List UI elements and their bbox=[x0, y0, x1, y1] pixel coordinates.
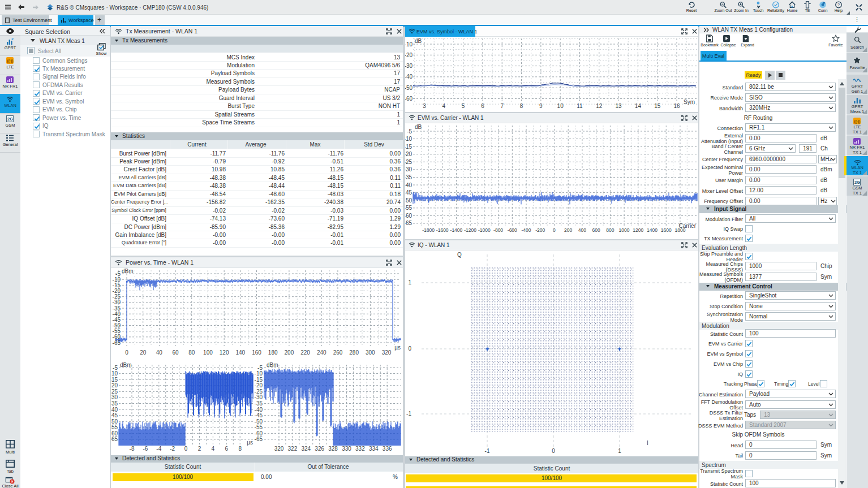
svg-text:5: 5 bbox=[462, 103, 465, 109]
svg-text:320: 320 bbox=[274, 446, 284, 452]
svg-text:-10: -10 bbox=[405, 41, 412, 47]
svg-text:-15: -15 bbox=[255, 377, 263, 383]
svg-text:-50: -50 bbox=[255, 418, 263, 425]
svg-text:-30: -30 bbox=[405, 166, 412, 172]
svg-text:-35: -35 bbox=[405, 174, 412, 180]
svg-text:-400: -400 bbox=[522, 227, 531, 233]
svg-text:-65: -65 bbox=[113, 340, 121, 346]
svg-text:1400: 1400 bbox=[647, 227, 658, 233]
svg-text:-60: -60 bbox=[405, 96, 412, 102]
svg-text:-600: -600 bbox=[508, 227, 517, 233]
svg-text:9: 9 bbox=[539, 103, 543, 109]
svg-text:4: 4 bbox=[212, 446, 215, 452]
svg-text:600: 600 bbox=[592, 227, 600, 233]
svg-text:-800: -800 bbox=[493, 227, 503, 233]
svg-text:0: 0 bbox=[184, 446, 188, 452]
svg-text:-50: -50 bbox=[405, 197, 412, 204]
svg-text:-1600: -1600 bbox=[436, 227, 449, 233]
svg-text:11: 11 bbox=[577, 103, 583, 109]
svg-text:-10: -10 bbox=[405, 136, 412, 142]
svg-text:-65: -65 bbox=[111, 436, 118, 442]
svg-text:-45: -45 bbox=[405, 189, 412, 196]
svg-text:220: 220 bbox=[300, 349, 310, 356]
svg-text:-5: -5 bbox=[407, 128, 412, 135]
svg-text:12: 12 bbox=[596, 103, 603, 109]
svg-text:-10: -10 bbox=[111, 370, 118, 377]
svg-text:µs: µs bbox=[394, 344, 401, 351]
svg-text:-20: -20 bbox=[255, 382, 263, 388]
svg-text:-1800: -1800 bbox=[422, 227, 435, 233]
svg-text:0: 0 bbox=[125, 349, 128, 356]
svg-text:-40: -40 bbox=[405, 74, 412, 80]
svg-text:-65: -65 bbox=[255, 436, 263, 442]
svg-text:dB: dB bbox=[415, 124, 422, 130]
svg-text:-30: -30 bbox=[405, 63, 412, 69]
svg-text:-5: -5 bbox=[113, 365, 118, 371]
svg-text:14: 14 bbox=[635, 103, 642, 109]
svg-text:-1: -1 bbox=[406, 411, 411, 417]
svg-text:-25: -25 bbox=[405, 159, 412, 165]
svg-text:10: 10 bbox=[557, 103, 564, 109]
svg-text:dBm: dBm bbox=[267, 362, 278, 368]
svg-text:-8: -8 bbox=[130, 446, 135, 452]
svg-text:Q: Q bbox=[457, 252, 462, 258]
svg-text:3: 3 bbox=[423, 103, 426, 109]
svg-text:8: 8 bbox=[238, 446, 242, 452]
svg-text:-45: -45 bbox=[255, 412, 263, 418]
svg-text:-60: -60 bbox=[405, 213, 412, 219]
svg-text:-20: -20 bbox=[405, 151, 412, 157]
svg-text:260: 260 bbox=[333, 349, 343, 356]
svg-text:0: 0 bbox=[408, 346, 411, 352]
svg-text:300: 300 bbox=[366, 349, 375, 356]
svg-text:60: 60 bbox=[173, 349, 179, 356]
svg-text:-65: -65 bbox=[405, 220, 412, 226]
svg-text:-30: -30 bbox=[255, 394, 263, 400]
svg-text:2: 2 bbox=[198, 446, 201, 452]
svg-text:200: 200 bbox=[564, 227, 572, 233]
svg-text:dBm: dBm bbox=[122, 268, 134, 274]
svg-text:-30: -30 bbox=[111, 394, 118, 400]
svg-text:-40: -40 bbox=[255, 407, 263, 413]
svg-text:-55: -55 bbox=[255, 424, 263, 430]
svg-text:-1400: -1400 bbox=[450, 227, 463, 233]
svg-text:-5: -5 bbox=[257, 365, 263, 371]
svg-text:-200: -200 bbox=[535, 227, 545, 233]
svg-text:400: 400 bbox=[578, 227, 586, 233]
svg-text:100: 100 bbox=[203, 349, 213, 356]
svg-text:1000: 1000 bbox=[619, 227, 630, 233]
svg-text:dBm: dBm bbox=[120, 362, 132, 368]
svg-text:800: 800 bbox=[606, 227, 614, 233]
svg-text:-25: -25 bbox=[255, 388, 263, 395]
svg-text:4: 4 bbox=[442, 103, 446, 109]
svg-text:140: 140 bbox=[235, 349, 245, 356]
svg-text:-1000: -1000 bbox=[478, 227, 491, 233]
svg-text:-4: -4 bbox=[156, 446, 161, 452]
svg-text:332: 332 bbox=[355, 446, 365, 452]
svg-text:160: 160 bbox=[252, 349, 261, 356]
svg-text:-50: -50 bbox=[111, 418, 118, 425]
svg-text:15: 15 bbox=[654, 103, 661, 109]
svg-text:6: 6 bbox=[481, 103, 484, 109]
svg-text:-60: -60 bbox=[111, 430, 118, 437]
svg-text:6: 6 bbox=[225, 446, 229, 452]
svg-text:-60: -60 bbox=[255, 430, 263, 437]
svg-text:320: 320 bbox=[382, 349, 392, 356]
svg-text:324: 324 bbox=[301, 446, 311, 452]
svg-text:1: 1 bbox=[618, 448, 621, 454]
svg-text:180: 180 bbox=[268, 349, 278, 356]
svg-text:80: 80 bbox=[188, 349, 195, 356]
svg-text:16: 16 bbox=[673, 103, 680, 109]
svg-text:-40: -40 bbox=[405, 182, 412, 188]
svg-text:13: 13 bbox=[616, 103, 622, 109]
svg-text:-15: -15 bbox=[111, 377, 118, 383]
svg-text:200: 200 bbox=[285, 349, 294, 356]
svg-text:8: 8 bbox=[520, 103, 523, 109]
svg-text:280: 280 bbox=[349, 349, 359, 356]
svg-text:-35: -35 bbox=[111, 400, 118, 407]
svg-text:0: 0 bbox=[552, 448, 555, 454]
svg-text:-20: -20 bbox=[111, 382, 118, 388]
svg-text:-40: -40 bbox=[111, 407, 118, 413]
svg-text:-15: -15 bbox=[405, 144, 412, 150]
svg-text:326: 326 bbox=[315, 446, 324, 452]
svg-text:328: 328 bbox=[328, 446, 338, 452]
